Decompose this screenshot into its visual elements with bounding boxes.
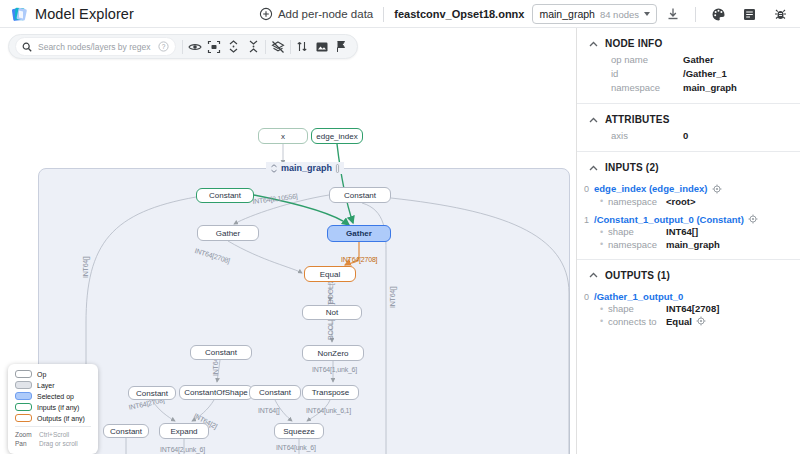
toggle-visibility-button[interactable] [185,36,205,58]
graph-node-equal[interactable]: Equal [304,266,356,282]
io-property-row: •namespacemain_graph [594,237,800,250]
expand-all-button[interactable] [224,36,244,58]
graph-node-constantofshape[interactable]: ConstantOfShape [179,385,253,400]
graph-selector[interactable]: main_graph 84 nodes [532,4,657,24]
graph-node-constant[interactable]: Constant [249,385,301,400]
section-node-info-header[interactable]: NODE INFO [577,35,800,52]
property-label: namespace [611,82,683,93]
app-title: Model Explorer [35,6,134,22]
io-tensor-link[interactable]: /Constant_1_output_0 (Constant) [594,214,744,225]
io-property-label: shape [608,226,666,237]
graph-node-x[interactable]: x [258,128,308,144]
snapshot-button[interactable] [312,36,332,58]
chevron-up-icon [589,117,598,123]
io-tensor-link[interactable]: /Gather_1_output_0 [594,291,683,302]
graph-node-not[interactable]: Not [302,305,362,320]
snapshot-icon [315,40,329,54]
chevron-up-icon [589,272,598,278]
bookmark-button[interactable] [332,36,352,58]
graph-node-gather[interactable]: Gather [327,225,391,242]
io-property-value: INT64[2708] [666,303,719,314]
io-index: 0 [584,183,594,207]
property-row: id/Gather_1 [577,66,800,80]
graph-canvas[interactable]: main_graph xedge_indexConstantConstantGa… [0,28,576,454]
io-property-value: INT64[] [666,226,698,237]
section-outputs-header[interactable]: OUTPUTS (1) [577,267,800,284]
legend-pan-value: Drag or scroll [39,440,78,447]
download-graph-button[interactable] [661,2,685,26]
io-property-value: Equal [666,316,706,327]
chevron-up-icon [589,165,598,171]
section-attributes-header[interactable]: ATTRIBUTES [577,111,800,128]
layer-options-icon [335,164,340,173]
io-tensor-link[interactable]: edge_index (edge_index) [594,183,708,194]
node-details-panel: NODE INFO op nameGatherid/Gather_1namesp… [576,28,800,454]
fit-to-screen-button[interactable] [204,36,224,58]
help-icon[interactable]: ? [158,41,169,52]
graph-node-constant[interactable]: Constant [196,188,254,203]
download-icon [666,7,680,21]
divider [15,426,91,427]
section-title: OUTPUTS (1) [605,270,670,281]
locate-icon[interactable] [748,214,758,224]
io-property-value: main_graph [666,239,720,250]
legend-item-op: Op [15,370,91,378]
graph-node-constant[interactable]: Constant [329,187,391,203]
legend-swatch-outputs [15,414,32,422]
graph-node-edge_index[interactable]: edge_index [311,128,363,144]
collapse-layer-icon [270,164,278,173]
bullet: • [600,316,608,326]
locate-icon[interactable] [696,316,706,326]
io-item: 0edge_index (edge_index)•namespace<root> [577,183,800,207]
article-icon [742,7,757,22]
section-attributes: ATTRIBUTES axis0 [577,104,800,152]
bullet: • [600,239,608,249]
divider [383,7,384,22]
expand-all-icon [228,40,239,53]
locate-icon[interactable] [712,184,722,194]
search-icon [22,42,32,52]
divider [265,40,266,54]
graph-node-nonzero[interactable]: NonZero [302,345,364,361]
legend-swatch-selected [15,392,32,400]
search-input[interactable] [36,41,154,53]
graph-node-squeeze[interactable]: Squeeze [274,423,324,439]
chevron-up-icon [589,41,598,47]
legend-item-layer: Layer [15,381,91,389]
theme-button[interactable] [706,2,730,26]
section-inputs-header[interactable]: INPUTS (2) [577,159,800,176]
io-index: 1 [584,214,594,250]
graph-legend: OpLayerSelected opInputs (if any)Outputs… [8,364,98,454]
legend-swatch-layer [15,381,32,389]
collapse-all-button[interactable] [244,36,264,58]
legend-label: Outputs (if any) [37,415,85,422]
graph-node-transpose[interactable]: Transpose [302,385,359,400]
fit-screen-icon [207,40,221,54]
model-explorer-logo-icon [10,5,28,23]
divider [182,40,183,54]
section-inputs: INPUTS (2) 0edge_index (edge_index)•name… [577,152,800,260]
graph-node-constant[interactable]: Constant [128,386,176,400]
graph-node-gather[interactable]: Gather [197,225,259,241]
graph-node-expand[interactable]: Expand [159,423,209,439]
search-box[interactable]: ? [15,37,176,56]
graph-node-constant[interactable]: Constant [190,345,252,360]
bullet: • [600,304,608,314]
trace-io-button[interactable] [292,36,312,58]
io-index: 0 [584,291,594,327]
property-row: namespacemain_graph [577,80,800,94]
report-bug-button[interactable] [768,2,792,26]
legend-label: Op [37,371,46,378]
graph-node-constant[interactable]: Constant [103,424,149,438]
section-outputs: OUTPUTS (1) 0/Gather_1_output_0•shapeINT… [577,260,800,336]
property-row: axis0 [577,128,800,142]
flatten-layers-button[interactable] [268,36,288,58]
property-label: axis [611,130,683,141]
docs-button[interactable] [737,2,761,26]
legend-label: Inputs (if any) [37,404,79,411]
layer-label-main-graph[interactable]: main_graph [266,162,344,174]
legend-swatch-inputs [15,403,32,411]
flatten-layers-icon [271,40,285,54]
property-value: /Gather_1 [683,68,727,79]
add-per-node-data-button[interactable]: Add per-node data [259,7,373,21]
